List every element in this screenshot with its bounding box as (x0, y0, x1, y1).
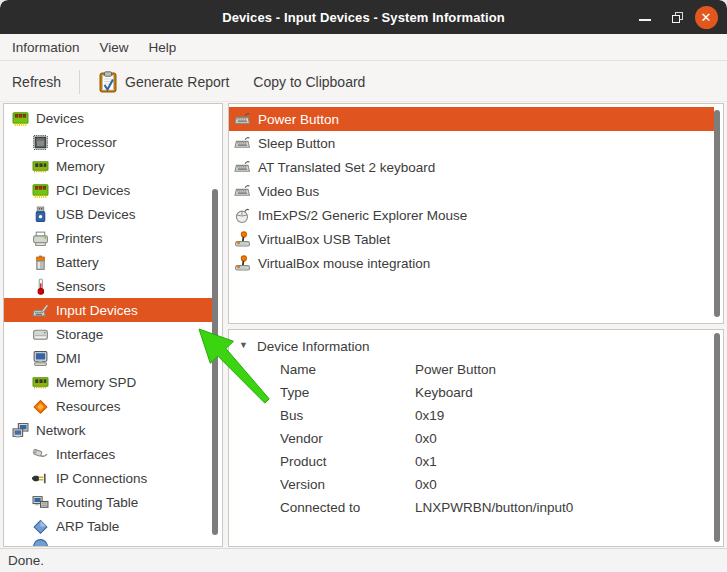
device-info-scrollbar[interactable] (714, 333, 720, 542)
device-info-rows: NamePower ButtonTypeKeyboardBus0x19Vendo… (229, 358, 723, 519)
menu-view[interactable]: View (90, 36, 139, 59)
sidebar-item-input-devices[interactable]: Input Devices (4, 298, 213, 322)
toolbar-button-label: Refresh (12, 74, 61, 90)
generate-report-button[interactable]: Generate Report (86, 66, 241, 98)
joystick-icon (234, 231, 251, 248)
sidebar-item-network[interactable]: Network (4, 418, 213, 442)
info-row-connected-to[interactable]: Connected toLNXPWRBN/button/input0 (229, 496, 723, 519)
info-row-type[interactable]: TypeKeyboard (229, 381, 723, 404)
info-row-version[interactable]: Version0x0 (229, 473, 723, 496)
keyboard-icon (234, 135, 251, 152)
device-list-item-video-bus[interactable]: Video Bus (229, 179, 714, 203)
cpu-icon (32, 134, 49, 151)
main-content: DevicesProcessorMemoryPCI DevicesUSB Dev… (0, 102, 727, 548)
expander-triangle-icon[interactable]: ▼ (239, 340, 248, 350)
info-label: Product (280, 454, 415, 469)
sidebar-item-memory[interactable]: Memory (4, 154, 213, 178)
clipboard-icon (98, 71, 118, 93)
sidebar-item-ip-connections[interactable]: IP Connections (4, 466, 213, 490)
device-info-panel: ▼ Device Information NamePower ButtonTyp… (228, 329, 724, 547)
status-text: Done. (8, 553, 44, 568)
sidebar-item-sensors[interactable]: Sensors (4, 274, 213, 298)
device-list-panel: Power ButtonSleep ButtonAT Translated Se… (228, 103, 724, 324)
minimize-button[interactable] (635, 0, 655, 34)
sidebar-item-memory-spd[interactable]: Memory SPD (4, 370, 213, 394)
sidebar-item-label: Network (36, 423, 86, 438)
info-label: Bus (280, 408, 415, 423)
sidebar-item-resources[interactable]: Resources (4, 394, 213, 418)
info-value: 0x0 (415, 477, 437, 492)
usb-icon (32, 206, 49, 223)
sidebar-item-label: ARP Table (56, 519, 119, 534)
info-value: LNXPWRBN/button/input0 (415, 500, 573, 515)
toolbar-separator (79, 70, 80, 94)
device-info-header[interactable]: ▼ Device Information (229, 334, 723, 358)
close-icon: ✕ (695, 6, 718, 29)
info-row-name[interactable]: NamePower Button (229, 358, 723, 381)
device-list-item-label: Sleep Button (258, 136, 335, 151)
device-list-item-label: AT Translated Set 2 keyboard (258, 160, 435, 175)
device-info-title: Device Information (257, 339, 370, 354)
sidebar-item-printers[interactable]: Printers (4, 226, 213, 250)
info-value: 0x1 (415, 454, 437, 469)
sidebar-item-label: Routing Table (56, 495, 138, 510)
sidebar-item-processor[interactable]: Processor (4, 130, 213, 154)
device-list-scrollbar[interactable] (714, 110, 720, 317)
sidebar-item-label: Memory SPD (56, 375, 136, 390)
computer-icon (32, 350, 49, 367)
sidebar-item-battery[interactable]: Battery (4, 250, 213, 274)
info-label: Vendor (280, 431, 415, 446)
keyboard-icon (234, 111, 251, 128)
titlebar[interactable]: Devices - Input Devices - System Informa… (0, 0, 727, 34)
sidebar-scrollbar[interactable] (212, 189, 218, 535)
info-row-product[interactable]: Product0x1 (229, 450, 723, 473)
globe-icon (32, 538, 49, 546)
close-button[interactable]: ✕ (691, 0, 721, 34)
refresh-button[interactable]: Refresh (0, 69, 73, 95)
sidebar-item-label: PCI Devices (56, 183, 130, 198)
sidebar-item-storage[interactable]: Storage (4, 322, 213, 346)
device-list-item-power-button[interactable]: Power Button (229, 107, 714, 131)
sidebar-item-interfaces[interactable]: Interfaces (4, 442, 213, 466)
battery-icon (32, 254, 49, 271)
resources-diamond-icon (32, 398, 49, 415)
window-title: Devices - Input Devices - System Informa… (222, 10, 505, 25)
printer-icon (32, 230, 49, 247)
minimize-icon (639, 19, 651, 21)
sidebar-item-devices[interactable]: Devices (4, 106, 213, 130)
device-list-item-sleep-button[interactable]: Sleep Button (229, 131, 714, 155)
device-list-item-at-translated-set-2-keyboard[interactable]: AT Translated Set 2 keyboard (229, 155, 714, 179)
menubar: InformationViewHelp (0, 34, 727, 61)
sidebar-item-label: Resources (56, 399, 121, 414)
info-label: Connected to (280, 500, 415, 515)
circuit-board-icon (32, 182, 49, 199)
sidebar-item-dmi[interactable]: DMI (4, 346, 213, 370)
info-value: 0x19 (415, 408, 444, 423)
device-list-item-label: VirtualBox USB Tablet (258, 232, 390, 247)
device-list-item-imexps-2-generic-explorer-mouse[interactable]: ImExPS/2 Generic Explorer Mouse (229, 203, 714, 227)
sidebar-item-item[interactable] (4, 538, 213, 546)
info-value: 0x0 (415, 431, 437, 446)
device-list: Power ButtonSleep ButtonAT Translated Se… (229, 104, 723, 275)
menu-information[interactable]: Information (2, 36, 90, 59)
network-icon (12, 422, 29, 439)
device-list-item-virtualbox-usb-tablet[interactable]: VirtualBox USB Tablet (229, 227, 714, 251)
sidebar-item-pci-devices[interactable]: PCI Devices (4, 178, 213, 202)
device-list-item-virtualbox-mouse-integration[interactable]: VirtualBox mouse integration (229, 251, 714, 275)
copy-to-clipboard-button[interactable]: Copy to Clipboard (241, 69, 377, 95)
sidebar-item-label: Memory (56, 159, 105, 174)
maximize-button[interactable] (667, 0, 687, 34)
sidebar-item-label: IP Connections (56, 471, 147, 486)
sidebar-item-label: Battery (56, 255, 99, 270)
menu-help[interactable]: Help (139, 36, 187, 59)
sidebar-item-arp-table[interactable]: ARP Table (4, 514, 213, 538)
sidebar-item-label: Storage (56, 327, 103, 342)
keyboard-icon (234, 183, 251, 200)
sidebar-item-usb-devices[interactable]: USB Devices (4, 202, 213, 226)
sidebar-tree: DevicesProcessorMemoryPCI DevicesUSB Dev… (4, 104, 222, 546)
info-row-bus[interactable]: Bus0x19 (229, 404, 723, 427)
sidebar-panel: DevicesProcessorMemoryPCI DevicesUSB Dev… (3, 103, 223, 547)
sidebar-item-routing-table[interactable]: Routing Table (4, 490, 213, 514)
info-row-vendor[interactable]: Vendor0x0 (229, 427, 723, 450)
ram-icon (32, 158, 49, 175)
